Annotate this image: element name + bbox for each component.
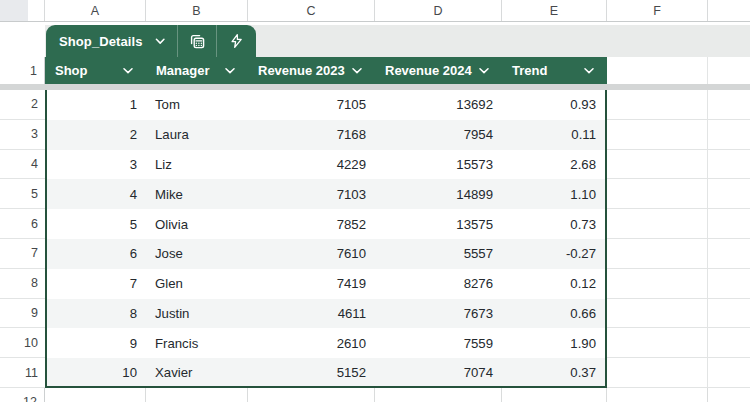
cell[interactable]: 0.73	[502, 209, 607, 239]
cell[interactable]: Jose	[146, 239, 248, 269]
cell[interactable]: Xavier	[146, 358, 248, 388]
cell[interactable]	[708, 358, 750, 388]
cell[interactable]: 7610	[248, 239, 375, 269]
table-header-shop[interactable]: Shop	[45, 57, 146, 84]
column-header-extra[interactable]	[708, 0, 750, 21]
cell[interactable]: 1.90	[502, 328, 607, 358]
cell[interactable]: 1	[45, 90, 146, 120]
cell[interactable]	[708, 269, 750, 299]
cell[interactable]	[607, 120, 708, 150]
cell[interactable]: -0.27	[502, 239, 607, 269]
cell[interactable]	[708, 120, 750, 150]
cell[interactable]: 6	[45, 239, 146, 269]
cell[interactable]	[708, 388, 750, 402]
cell[interactable]: 7168	[248, 120, 375, 150]
cell[interactable]: 7673	[375, 299, 502, 329]
cell[interactable]	[607, 328, 708, 358]
row-number[interactable]: 12	[0, 388, 45, 402]
cell[interactable]	[607, 358, 708, 388]
cell[interactable]	[607, 150, 708, 180]
column-header-f[interactable]: F	[607, 0, 708, 21]
row-number[interactable]: 3	[0, 120, 45, 150]
cell[interactable]: 7105	[248, 90, 375, 120]
column-header-c[interactable]: C	[248, 0, 375, 21]
cell[interactable]: 2	[45, 120, 146, 150]
table-header-manager[interactable]: Manager	[146, 57, 248, 84]
row-number[interactable]: 10	[0, 328, 45, 358]
row-number[interactable]: 5	[0, 179, 45, 209]
cell[interactable]: 7103	[248, 179, 375, 209]
cell[interactable]	[248, 388, 375, 402]
column-header-e[interactable]: E	[502, 0, 607, 21]
cell[interactable]: 7419	[248, 269, 375, 299]
chevron-down-icon[interactable]	[352, 68, 362, 74]
cell[interactable]: 7559	[375, 328, 502, 358]
lightning-icon[interactable]	[217, 25, 256, 57]
table-header-revenue-2024[interactable]: Revenue 2024	[375, 57, 502, 84]
cell[interactable]	[708, 299, 750, 329]
cell[interactable]: 5557	[375, 239, 502, 269]
table-header-revenue-2023[interactable]: Revenue 2023	[248, 57, 375, 84]
cell[interactable]	[708, 57, 750, 84]
cell[interactable]: 9	[45, 328, 146, 358]
cell[interactable]	[708, 328, 750, 358]
cell[interactable]	[708, 90, 750, 120]
row-number[interactable]: 4	[0, 150, 45, 180]
table-tab[interactable]: Shop_Details	[46, 25, 256, 57]
cell[interactable]	[607, 269, 708, 299]
cell[interactable]	[607, 209, 708, 239]
table-header-trend[interactable]: Trend	[502, 57, 607, 84]
cell[interactable]: 10	[45, 358, 146, 388]
cell[interactable]: 14899	[375, 179, 502, 209]
cell[interactable]: 5152	[248, 358, 375, 388]
cell[interactable]: Laura	[146, 120, 248, 150]
cell[interactable]: 0.37	[502, 358, 607, 388]
cell[interactable]: 0.66	[502, 299, 607, 329]
cell[interactable]: 7954	[375, 120, 502, 150]
row-number[interactable]: 11	[0, 358, 45, 388]
cell[interactable]	[708, 179, 750, 209]
cell[interactable]	[45, 388, 146, 402]
row-number[interactable]: 6	[0, 209, 45, 239]
cell[interactable]: Mike	[146, 179, 248, 209]
cell[interactable]: 7	[45, 269, 146, 299]
cell[interactable]: 15573	[375, 150, 502, 180]
cell[interactable]: Olivia	[146, 209, 248, 239]
cell[interactable]: 7074	[375, 358, 502, 388]
cell[interactable]: 2.68	[502, 150, 607, 180]
cell[interactable]: 5	[45, 209, 146, 239]
cell[interactable]	[708, 150, 750, 180]
select-all-corner[interactable]	[0, 0, 45, 21]
column-header-a[interactable]: A	[45, 0, 146, 21]
chevron-down-icon[interactable]	[584, 68, 594, 74]
table-name[interactable]: Shop_Details	[46, 34, 143, 49]
cell[interactable]: Francis	[146, 328, 248, 358]
chevron-down-icon[interactable]	[123, 68, 133, 74]
cell[interactable]	[708, 209, 750, 239]
cell[interactable]: 0.11	[502, 120, 607, 150]
chevron-down-icon[interactable]	[155, 38, 165, 45]
column-header-b[interactable]: B	[146, 0, 248, 21]
cell[interactable]: 13575	[375, 209, 502, 239]
cell[interactable]: 0.12	[502, 269, 607, 299]
cell[interactable]: 7852	[248, 209, 375, 239]
cell[interactable]: Glen	[146, 269, 248, 299]
cell[interactable]: 3	[45, 150, 146, 180]
cell[interactable]	[607, 90, 708, 120]
cell[interactable]: 4611	[248, 299, 375, 329]
row-number[interactable]: 7	[0, 239, 45, 269]
cell[interactable]	[607, 388, 708, 402]
row-number[interactable]: 2	[0, 90, 45, 120]
cell[interactable]	[502, 388, 607, 402]
cell[interactable]	[607, 299, 708, 329]
cell[interactable]: 2610	[248, 328, 375, 358]
cell[interactable]: Justin	[146, 299, 248, 329]
cell[interactable]	[146, 388, 248, 402]
chevron-down-icon[interactable]	[479, 68, 489, 74]
cell[interactable]: 8	[45, 299, 146, 329]
row-number[interactable]: 1	[0, 57, 45, 84]
table-grid-icon[interactable]	[178, 25, 217, 57]
cell[interactable]	[607, 239, 708, 269]
cell[interactable]: 13692	[375, 90, 502, 120]
cell[interactable]: Liz	[146, 150, 248, 180]
